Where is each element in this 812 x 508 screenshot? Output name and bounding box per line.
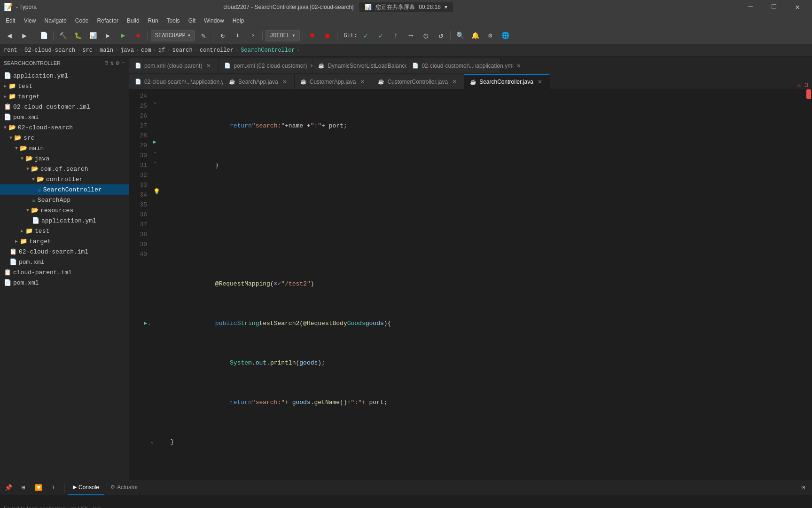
menu-tools[interactable]: Tools (163, 16, 184, 26)
menu-code[interactable]: Code (71, 16, 93, 26)
translate-icon[interactable]: 🌐 (499, 29, 512, 42)
sidebar-item-src[interactable]: ▼ 📂 src (0, 133, 129, 143)
sidebar-item-controller[interactable]: ▼ 📂 controller (0, 174, 129, 184)
breadcrumb-search[interactable]: search (172, 47, 193, 54)
run-icon[interactable]: ▶ (117, 29, 130, 42)
sidebar-item-parent-iml[interactable]: 📋 cloud-parent.iml (0, 267, 129, 278)
tab-pom-parent[interactable]: 📄 pom.xml (cloud-parent) ✕ (129, 58, 219, 73)
sidebar-settings-icon[interactable]: ⚙ (116, 59, 119, 67)
menu-build[interactable]: Build (123, 16, 143, 26)
sidebar-close-icon[interactable]: – (121, 59, 125, 67)
chevron-down-icon[interactable]: ▾ (445, 4, 447, 10)
sidebar-item-resources[interactable]: ▼ 📂 resources (0, 205, 129, 215)
tab-customerapp[interactable]: ☕ CustomerApp.java ✕ (295, 74, 373, 89)
sidebar-item-search-test[interactable]: ▶ 📁 test (0, 226, 129, 236)
breadcrumb-main[interactable]: main (100, 47, 113, 54)
menu-run[interactable]: Run (144, 16, 162, 26)
breadcrumb-com[interactable]: com (141, 47, 151, 54)
jrebel-dropdown[interactable]: JREBEL ▾ (265, 30, 299, 41)
sidebar-item-search-pom[interactable]: 📄 pom.xml (0, 257, 129, 267)
sidebar-sort-icon[interactable]: ⇅ (110, 59, 114, 67)
git-revert-icon[interactable]: ↺ (434, 29, 447, 42)
sidebar-item-com-qf-search[interactable]: ▼ 📂 com.qf.search (0, 164, 129, 174)
git-push-icon[interactable]: ↑ (389, 29, 402, 42)
sidebar-item-target[interactable]: ▶ 📁 target (0, 91, 129, 102)
tab-close-customercontroller[interactable]: ✕ (451, 78, 458, 86)
filter-button[interactable]: 🔽 (32, 481, 45, 494)
sidebar-item-search-yml[interactable]: 📄 application.yml (0, 215, 129, 226)
breadcrumb-java[interactable]: java (120, 47, 134, 54)
terminate-button[interactable]: ◼ (321, 29, 334, 42)
menu-navigate[interactable]: Navigate (40, 16, 70, 26)
notifications-button[interactable]: 🔔 (468, 29, 482, 42)
add-tab-button[interactable]: + (47, 481, 60, 494)
tab-close-customer-yml[interactable]: ✕ (516, 62, 521, 70)
menu-view[interactable]: View (20, 16, 40, 26)
pin-button[interactable]: 📌 (2, 481, 15, 494)
sidebar-compact-icon[interactable]: ⊟ (105, 59, 109, 67)
menu-git[interactable]: Git (185, 16, 199, 26)
sidebar-item-main[interactable]: ▼ 📂 main (0, 143, 129, 153)
back-button[interactable]: ◀ (3, 29, 16, 42)
stop-icon[interactable]: ■ (132, 29, 145, 42)
tab-close-searchapp[interactable]: ✕ (281, 78, 289, 86)
tab-search-yml[interactable]: 📄 02-cloud-search\...\application.yml ✕ (129, 74, 223, 89)
menu-refactor[interactable]: Refactor (94, 16, 122, 26)
tab-customer-yml[interactable]: 📄 02-cloud-customer\...\application.yml … (406, 58, 500, 73)
menu-help[interactable]: Help (229, 16, 248, 26)
sidebar-item-cloud-search[interactable]: ▼ 📂 02-cloud-search (0, 122, 129, 133)
sidebar-item-root-pom[interactable]: 📄 pom.xml (0, 278, 129, 288)
breadcrumb-cloud-search[interactable]: 02-cloud-search (24, 47, 75, 54)
bottom-tab-actuator[interactable]: ⚙ Actuator (106, 480, 143, 495)
sidebar-item-search-target[interactable]: ▶ 📁 target (0, 236, 129, 246)
breadcrumb-rent[interactable]: rent (4, 47, 17, 54)
settings-icon[interactable]: ⚙ (484, 29, 497, 42)
breadcrumb-src[interactable]: src (82, 47, 93, 54)
search-everywhere-button[interactable]: 🔍 (453, 29, 467, 42)
maximize-button[interactable]: □ (763, 0, 785, 14)
update-button[interactable]: ⬇ (231, 29, 244, 42)
sidebar-item-test[interactable]: ▶ 📁 test (0, 81, 129, 91)
tab-dynamic[interactable]: ☕ DynamicServerListLoadBalancer.class ✕ (312, 58, 406, 73)
sidebar-item-application-yml[interactable]: 📄 application.yml (0, 71, 129, 81)
sidebar-item-pom1[interactable]: 📄 pom.xml (0, 112, 129, 122)
tab-close-searchcontroller[interactable]: ✕ (536, 78, 544, 86)
jrebel-button[interactable]: ⚡ (246, 29, 259, 42)
layout-button[interactable]: ⊞ (17, 481, 30, 494)
run-coverage-icon[interactable]: ▶ (102, 29, 115, 42)
breadcrumb-controller[interactable]: controller (200, 47, 234, 54)
tab-searchapp[interactable]: ☕ SearchApp.java ✕ (223, 74, 295, 89)
git-fetch-icon[interactable]: → (404, 29, 417, 42)
build-icon[interactable]: 🔨 (56, 29, 70, 42)
git-checkmark2[interactable]: ✓ (374, 29, 387, 42)
tab-close-pom-parent[interactable]: ✕ (205, 62, 212, 70)
breadcrumb-searchcontroller[interactable]: SearchController (241, 47, 295, 54)
tab-pom-customer[interactable]: 📄 pom.xml (02-cloud-customer) ✕ (219, 58, 312, 73)
tab-close-customerapp[interactable]: ✕ (359, 78, 366, 86)
scrollbar[interactable] (805, 89, 812, 480)
forward-button[interactable]: ▶ (18, 29, 31, 42)
code-area[interactable]: 24 25 26 27 28 29 30 31 32 33 34 35 36 3… (129, 89, 812, 480)
edit-run-config-button[interactable]: ✎ (197, 29, 210, 42)
tab-customercontroller[interactable]: ☕ CustomerController.java ✕ (372, 74, 464, 89)
breadcrumb-qf[interactable]: qf (158, 47, 165, 54)
menu-edit[interactable]: Edit (2, 16, 19, 26)
maximize-panel-icon[interactable]: ⊡ (797, 481, 810, 494)
close-button[interactable]: ✕ (787, 0, 808, 14)
bottom-tab-console[interactable]: ▶ Console (68, 480, 104, 495)
profile-icon[interactable]: 📊 (86, 29, 100, 42)
sidebar-item-customer-iml[interactable]: 📋 02-cloud-customer.iml (0, 102, 129, 112)
refresh-button[interactable]: ↻ (216, 29, 229, 42)
git-checkmark1[interactable]: ✓ (359, 29, 372, 42)
minimize-button[interactable]: ─ (740, 0, 761, 14)
tab-searchcontroller[interactable]: ☕ SearchController.java ✕ (464, 74, 550, 89)
sidebar-item-java[interactable]: ▼ 📂 java (0, 153, 129, 164)
stop-red-button[interactable]: ■ (306, 29, 319, 42)
debug-icon[interactable]: 🐛 (71, 29, 85, 42)
sidebar-item-searchcontroller[interactable]: ☕ SearchController (0, 184, 129, 195)
run-config-dropdown[interactable]: SEARCHAPP ▾ (151, 30, 195, 41)
recent-files-button[interactable]: 📄 (37, 29, 50, 42)
sidebar-item-search-iml[interactable]: 📋 02-cloud-search.iml (0, 246, 129, 257)
menu-window[interactable]: Window (200, 16, 228, 26)
git-history-icon[interactable]: ◷ (419, 29, 432, 42)
